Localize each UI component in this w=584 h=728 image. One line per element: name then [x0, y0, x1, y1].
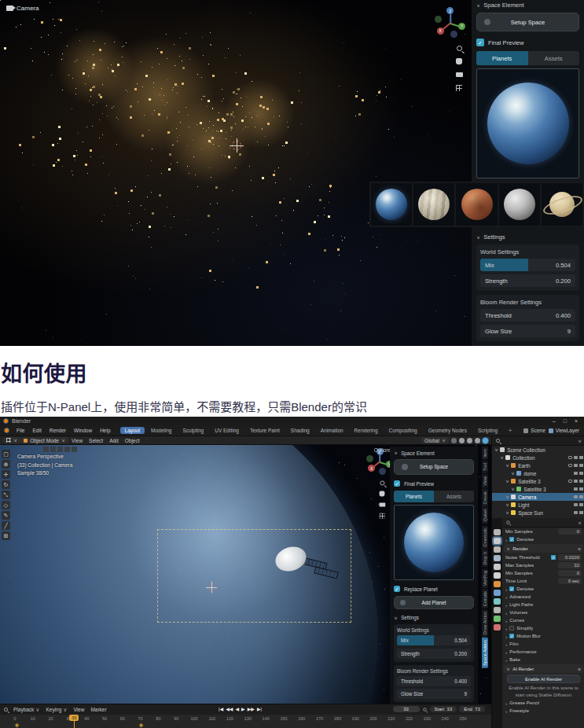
- outliner-row-camera[interactable]: ∨Camera: [492, 493, 584, 501]
- pan-hand-icon[interactable]: [454, 57, 464, 66]
- prop-time-limit-row[interactable]: Time Limit0 sec: [502, 577, 584, 585]
- timeline-menu-playback[interactable]: Playback ∨: [10, 707, 42, 713]
- viewport-menu-view[interactable]: View: [68, 438, 86, 443]
- viewport-menu-select[interactable]: Select: [86, 438, 106, 443]
- value-field[interactable]: 0: [558, 528, 582, 535]
- grid-icon[interactable]: [454, 83, 464, 93]
- prop-film-collapse[interactable]: ›Film: [502, 640, 584, 648]
- workspace-tab-modeling[interactable]: Modeling: [146, 427, 176, 434]
- scene-chip[interactable]: Scene: [523, 428, 545, 433]
- prop-min-samples-row[interactable]: Min Samples0: [502, 528, 584, 535]
- camera-view-icon[interactable]: [378, 501, 386, 509]
- cursor-tool[interactable]: ⊕: [2, 460, 10, 469]
- eye-toggle-icon[interactable]: [574, 456, 578, 459]
- mode-dropdown[interactable]: Object Mode∨: [20, 437, 68, 443]
- keyframe-marker[interactable]: [138, 723, 143, 728]
- panel-menu-icon[interactable]: ≡: [578, 546, 581, 551]
- checkbox-unchecked-icon[interactable]: [509, 626, 514, 631]
- render-tab-icon[interactable]: [494, 538, 501, 544]
- clock-icon[interactable]: [4, 708, 8, 711]
- eye-toggle-icon[interactable]: [574, 511, 578, 514]
- timeline-menu-marker[interactable]: Marker: [87, 707, 109, 713]
- prop-simplify-collapse[interactable]: ›Simplify: [502, 624, 584, 632]
- keyframe-marker[interactable]: [15, 723, 20, 728]
- jump-to-end-button[interactable]: ▶|: [257, 706, 262, 711]
- gizmo-z-axis-handle[interactable]: Z: [446, 7, 454, 14]
- npanel-tab-item[interactable]: Item: [482, 447, 488, 460]
- panel-header-space-element[interactable]: ∨Space Element: [394, 450, 474, 456]
- tab-assets[interactable]: Assets: [434, 491, 474, 502]
- prop-noise-threshold-row[interactable]: Noise Threshold✓0.0100: [502, 553, 584, 561]
- editor-type-button[interactable]: ∨: [3, 437, 20, 443]
- workspace-tab-sculpting[interactable]: Sculpting: [178, 427, 208, 434]
- checkbox-checked-icon[interactable]: ✓: [476, 39, 484, 46]
- checkbox-toggle-icon[interactable]: [568, 480, 572, 483]
- timeline-menu-view[interactable]: View: [70, 707, 87, 713]
- checkbox-checked-icon[interactable]: ✓: [394, 480, 400, 487]
- data-tab-icon[interactable]: [494, 616, 501, 622]
- minimize-button[interactable]: –: [553, 418, 556, 424]
- maximize-button[interactable]: □: [564, 418, 567, 424]
- checkbox-checked-icon[interactable]: ✓: [509, 586, 514, 591]
- mix-slider[interactable]: Mix0.504: [397, 635, 471, 645]
- prop-ai-render-section[interactable]: ∨AI Render≡: [504, 664, 583, 673]
- close-button[interactable]: ×: [575, 418, 578, 424]
- checkbox-checked-icon[interactable]: ✓: [551, 555, 556, 560]
- prop-performance-collapse[interactable]: ›Performance: [502, 648, 584, 656]
- planet-preview[interactable]: [476, 68, 579, 178]
- annotate-tool[interactable]: ✎: [2, 511, 10, 520]
- prop-light-paths-collapse[interactable]: ›Light Paths: [502, 601, 584, 609]
- search-icon[interactable]: [506, 520, 509, 524]
- npanel-tab-drop-it[interactable]: Drop It: [482, 550, 488, 568]
- workspace-tab-texture-paint[interactable]: Texture Paint: [245, 427, 285, 434]
- satellite-object[interactable]: [274, 546, 344, 593]
- frame-end-field[interactable]: End 72: [459, 706, 485, 712]
- replace-planet-row[interactable]: ✓Replace Planet: [394, 586, 474, 592]
- mix-slider[interactable]: Mix0.504: [480, 259, 575, 271]
- workspace-tab-scripting[interactable]: Scripting: [473, 427, 502, 434]
- modifier-tab-icon[interactable]: [494, 590, 501, 596]
- eye-toggle-icon[interactable]: [574, 464, 578, 467]
- viewlayer-chip[interactable]: ViewLayer: [549, 428, 579, 433]
- viewport-menu-object[interactable]: Object: [122, 438, 143, 443]
- shading-wireframe-icon[interactable]: [459, 438, 465, 443]
- tab-assets[interactable]: Assets: [528, 51, 580, 65]
- play-button[interactable]: ▶: [241, 706, 245, 711]
- camera-toggle-icon[interactable]: [579, 503, 583, 506]
- outliner-row-space-sun[interactable]: ∨Space Sun: [492, 509, 584, 517]
- disclosure-icon[interactable]: ∨: [511, 471, 515, 476]
- setup-space-button[interactable]: Setup Space: [394, 459, 474, 475]
- snap-magnet-icon[interactable]: [451, 438, 457, 443]
- value-field[interactable]: 0 sec: [558, 578, 582, 584]
- prev-keyframe-button[interactable]: ◀◀: [226, 706, 233, 711]
- menu-window[interactable]: Window: [70, 428, 96, 433]
- disclosure-icon[interactable]: ∨: [505, 479, 509, 483]
- frame-start-field[interactable]: Start 33: [430, 706, 457, 712]
- camera-toggle-icon[interactable]: [579, 487, 583, 491]
- zoom-icon[interactable]: [378, 479, 386, 487]
- move-tool[interactable]: ✛: [2, 470, 10, 479]
- select-box-tool[interactable]: ▢: [2, 450, 10, 458]
- gizmo-y-axis-handle[interactable]: Y: [458, 23, 465, 30]
- npanel-tab-cinematic[interactable]: Cinematic: [482, 525, 488, 549]
- gizmo-x-axis-handle[interactable]: X: [437, 28, 444, 35]
- physics-tab-icon[interactable]: [494, 598, 501, 605]
- rotate-tool[interactable]: ↻: [2, 480, 10, 489]
- tab-planets[interactable]: Planets: [476, 51, 528, 65]
- navigation-gizmo[interactable]: ZYX: [434, 6, 467, 39]
- camera-toggle-icon[interactable]: [579, 456, 583, 459]
- viewport-3d[interactable]: Camera Perspective (33) Collection | Cam…: [0, 445, 491, 704]
- tab-planets[interactable]: Planets: [394, 491, 434, 502]
- eye-toggle-icon[interactable]: [574, 480, 578, 483]
- disclosure-icon[interactable]: ∨: [505, 502, 509, 507]
- camera-toggle-icon[interactable]: [579, 511, 583, 514]
- value-field[interactable]: 0.0100: [558, 554, 582, 561]
- menu-help[interactable]: Help: [96, 428, 114, 433]
- zoom-icon[interactable]: [454, 43, 464, 53]
- prop-enable-ai-render-button[interactable]: Enable AI Render: [507, 675, 580, 683]
- npanel-tab-draw-action[interactable]: Draw Action: [482, 609, 488, 637]
- viewport-menu-add[interactable]: Add: [106, 438, 122, 443]
- strength-slider[interactable]: Strength0.200: [480, 274, 575, 287]
- prop-grease-pencil-collapse[interactable]: ›Grease Pencil: [502, 699, 584, 707]
- thumbnail-jupiter[interactable]: [413, 183, 454, 226]
